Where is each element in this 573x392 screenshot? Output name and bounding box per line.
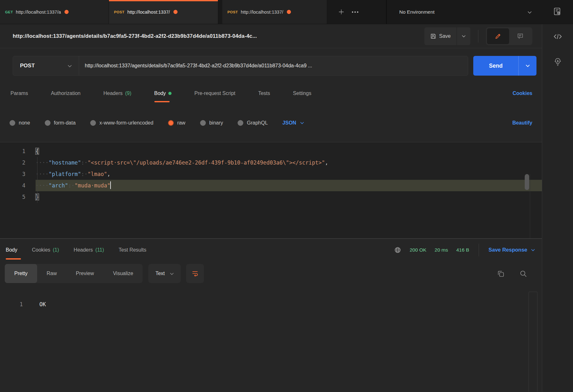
tab-tests[interactable]: Tests bbox=[258, 83, 270, 104]
mode-binary[interactable]: binary bbox=[200, 120, 223, 126]
wrap-lines-button[interactable] bbox=[186, 264, 204, 283]
view-visualize[interactable]: Visualize bbox=[104, 264, 143, 283]
method-select[interactable]: POST bbox=[13, 56, 79, 75]
editor-line: 5 } bbox=[0, 191, 542, 203]
mode-raw-selected[interactable]: raw bbox=[168, 120, 185, 126]
url-box: POST bbox=[13, 56, 468, 76]
headers-count: (11) bbox=[95, 247, 104, 253]
view-raw[interactable]: Raw bbox=[37, 264, 66, 283]
cookies-link[interactable]: Cookies bbox=[513, 91, 532, 96]
request-tab-3[interactable]: POST http://localhost:1337/ bbox=[222, 0, 327, 24]
edit-mode-button[interactable] bbox=[487, 28, 509, 44]
request-title-row: http://localhost:1337/agents/details/b7a… bbox=[0, 24, 542, 48]
view-pretty[interactable]: Pretty bbox=[5, 264, 37, 283]
response-view-switch: Pretty Raw Preview Visualize bbox=[5, 264, 143, 283]
method-badge: GET bbox=[5, 10, 13, 14]
editor-line: 1 { bbox=[0, 145, 542, 157]
status-code[interactable]: 200 OK bbox=[410, 247, 427, 253]
body-editor[interactable]: 1 { 2 ····"hostname":·"<script·src=\"/up… bbox=[0, 142, 542, 239]
editor-scrollbar-thumb[interactable] bbox=[525, 174, 529, 190]
divider bbox=[478, 30, 478, 43]
request-title: http://localhost:1337/agents/details/b7a… bbox=[13, 33, 417, 39]
beautify-link[interactable]: Beautify bbox=[512, 120, 532, 126]
open-brace: { bbox=[36, 148, 39, 154]
tab-params[interactable]: Params bbox=[10, 83, 28, 104]
editor-line: 2 ····"hostname":·"<script·src=\"/upload… bbox=[0, 157, 542, 168]
tab-settings[interactable]: Settings bbox=[293, 83, 311, 104]
postman-window: GET http://localhost:1337/a POST http://… bbox=[0, 0, 573, 392]
chevron-down-icon bbox=[531, 249, 535, 251]
response-tab-test-results[interactable]: Test Results bbox=[119, 239, 146, 261]
line-number: 3 bbox=[0, 168, 25, 180]
save-options-button[interactable] bbox=[456, 27, 470, 45]
url-input[interactable] bbox=[79, 56, 468, 75]
radio-icon bbox=[200, 120, 206, 126]
save-response-button[interactable]: Save Response bbox=[489, 247, 535, 253]
method-badge: POST bbox=[114, 10, 125, 14]
method-badge: POST bbox=[227, 10, 238, 14]
radio-icon-selected bbox=[168, 120, 174, 126]
mode-none[interactable]: none bbox=[10, 120, 30, 126]
headers-count: (9) bbox=[125, 91, 131, 96]
response-tab-cookies[interactable]: Cookies(1) bbox=[32, 239, 59, 261]
new-tab-button[interactable] bbox=[334, 0, 348, 24]
code-snippet-button[interactable] bbox=[553, 32, 563, 41]
code-icon bbox=[553, 32, 563, 41]
divider bbox=[479, 244, 479, 256]
response-line: 1 OK bbox=[0, 299, 542, 310]
send-label: Send bbox=[489, 63, 503, 69]
tab-url: http://localhost:1337/ bbox=[127, 10, 170, 15]
language-select[interactable]: JSON bbox=[282, 120, 304, 126]
radio-icon bbox=[238, 120, 243, 126]
unsaved-dot bbox=[173, 10, 178, 14]
more-icon bbox=[352, 11, 359, 13]
chevron-down-icon[interactable] bbox=[528, 9, 532, 15]
line-number: 4 bbox=[0, 180, 25, 191]
mode-form-data[interactable]: form-data bbox=[45, 120, 76, 126]
request-tab-1[interactable]: GET http://localhost:1337/a bbox=[0, 0, 109, 24]
plus-icon bbox=[339, 9, 344, 15]
request-tab-2-active[interactable]: POST http://localhost:1337/ bbox=[109, 0, 218, 24]
response-scrollbar-track[interactable] bbox=[529, 292, 537, 392]
edit-comment-toggle bbox=[486, 27, 532, 45]
comments-button[interactable] bbox=[509, 28, 531, 44]
copy-response-button[interactable] bbox=[497, 270, 505, 278]
response-toolbar: Pretty Raw Preview Visualize Text bbox=[0, 261, 542, 286]
tab-authorization[interactable]: Authorization bbox=[51, 83, 80, 104]
response-time[interactable]: 20 ms bbox=[435, 247, 448, 253]
editor-line-current: 4 ····"arch":·"muda·muda" bbox=[0, 180, 542, 191]
response-tab-body[interactable]: Body bbox=[6, 239, 17, 261]
mode-x-www-form-urlencoded[interactable]: x-www-form-urlencoded bbox=[90, 120, 153, 126]
network-globe-icon[interactable] bbox=[394, 246, 401, 254]
response-size[interactable]: 416 B bbox=[456, 247, 469, 253]
chevron-down-icon bbox=[68, 63, 72, 69]
copy-icon bbox=[497, 270, 505, 278]
response-tab-headers[interactable]: Headers(11) bbox=[74, 239, 104, 261]
tab-url: http://localhost:1337/ bbox=[241, 10, 283, 15]
mode-graphql[interactable]: GraphQL bbox=[238, 120, 268, 126]
tab-headers[interactable]: Headers(9) bbox=[104, 83, 131, 104]
request-section-tabs: Params Authorization Headers(9) Body Pre… bbox=[0, 83, 542, 104]
tab-body[interactable]: Body bbox=[154, 83, 172, 104]
environment-quick-look-icon[interactable] bbox=[553, 7, 562, 17]
response-format-select[interactable]: Text bbox=[148, 264, 180, 283]
lightbulb-hints-icon[interactable] bbox=[553, 57, 563, 67]
send-button[interactable]: Send bbox=[473, 56, 518, 76]
save-button-group: Save bbox=[424, 27, 470, 45]
request-builder-row: POST Send bbox=[0, 48, 542, 83]
lightbulb-icon bbox=[553, 57, 563, 67]
send-options-button[interactable] bbox=[518, 56, 536, 76]
line-number: 2 bbox=[0, 157, 25, 168]
environment-area: No Environment bbox=[386, 0, 573, 24]
view-preview[interactable]: Preview bbox=[66, 264, 104, 283]
pencil-icon bbox=[495, 33, 502, 40]
response-body[interactable]: 1 OK bbox=[0, 286, 542, 392]
search-response-button[interactable] bbox=[519, 270, 527, 278]
save-button[interactable]: Save bbox=[424, 27, 456, 45]
tab-options-button[interactable] bbox=[348, 0, 362, 24]
save-icon bbox=[430, 33, 436, 39]
tab-pre-request-script[interactable]: Pre-request Script bbox=[194, 83, 235, 104]
environment-selector[interactable]: No Environment bbox=[399, 9, 435, 15]
radio-icon bbox=[90, 120, 96, 126]
body-has-content-dot bbox=[168, 92, 172, 95]
